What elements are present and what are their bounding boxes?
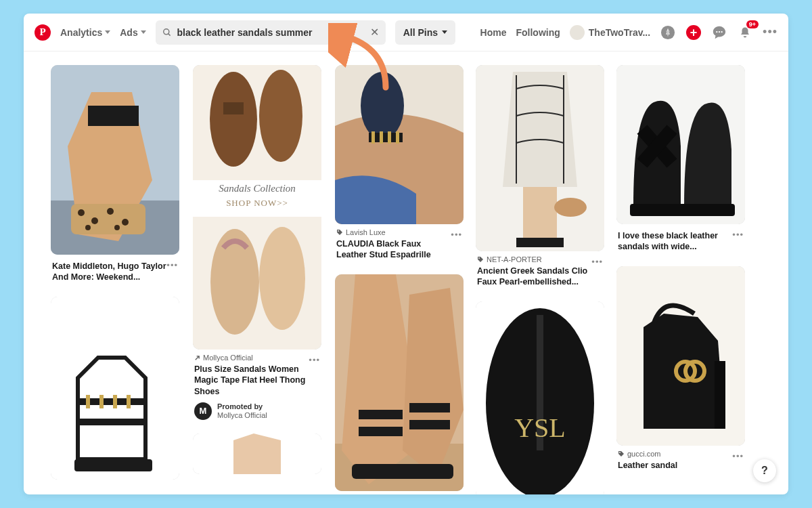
pin-image [51,65,179,255]
pin-more-button[interactable]: ••• [732,451,744,461]
svg-rect-25 [74,459,152,471]
app-window: P Analytics Ads ✕ All Pins Home Followin… [24,14,788,494]
pin-source: Mollyca Official [203,354,253,362]
clear-search-button[interactable]: ✕ [370,26,379,39]
svg-point-12 [78,209,85,216]
pin-more-button[interactable]: ••• [732,230,744,240]
svg-line-1 [168,33,170,35]
svg-point-7 [721,30,723,32]
pin-title: I love these black leather sandals with … [618,230,744,253]
pin-image [476,65,604,251]
svg-rect-10 [88,106,139,126]
compass-icon [660,25,675,40]
promoter-text: Promoted byMollyca Official [217,402,267,420]
profile-name: TheTwoTrav... [589,27,650,38]
pin-more-button[interactable]: ••• [309,355,320,365]
chevron-down-icon [442,30,447,34]
pin-grid: ••• Kate Middleton, Hugo Taylor And More… [24,51,788,494]
profile-link[interactable]: TheTwoTrav... [570,25,650,40]
pin-title: Plus Size Sandals Women Magic Tape Flat … [194,364,320,397]
svg-rect-18 [51,297,179,480]
help-button[interactable]: ? [753,459,776,482]
overflow-menu[interactable]: ••• [763,25,777,39]
svg-rect-60 [630,204,735,216]
external-link-icon [194,355,200,361]
pin-image [335,274,464,491]
svg-point-13 [91,217,98,224]
pinterest-logo[interactable]: P [35,24,51,41]
search-icon [162,27,172,38]
banner-cta: SHOP NOW>> [193,198,321,209]
add-button[interactable]: + [685,24,702,41]
pin-image: YSL [476,301,604,495]
pin-image [335,65,464,224]
pin-card[interactable] [335,274,464,491]
pin-card[interactable]: ••• gucci.com Leather sandal [616,266,745,472]
svg-point-6 [719,30,720,32]
svg-point-63 [619,452,621,453]
pin-card[interactable]: ••• Kate Middleton, Hugo Taylor And More… [51,65,179,284]
home-link[interactable]: Home [480,27,507,38]
explore-button[interactable] [660,24,676,41]
svg-rect-51 [523,187,557,238]
search-filter-dropdown[interactable]: All Pins [395,20,455,45]
following-link[interactable]: Following [516,27,560,38]
svg-point-28 [259,70,302,162]
speech-bubble-icon [712,25,727,40]
messages-button[interactable] [711,24,727,41]
promoted-by[interactable]: M Promoted byMollyca Official [194,402,320,420]
svg-point-41 [338,230,339,232]
svg-rect-47 [409,420,450,429]
pin-more-button[interactable]: ••• [166,260,178,270]
svg-point-16 [85,225,91,230]
svg-text:YSL: YSL [514,412,566,443]
svg-rect-23 [113,395,117,408]
pin-title: CLAUDIA Black Faux Leather Stud Espadril… [336,238,462,261]
filter-label: All Pins [403,27,438,38]
pin-title: Leather sandal [618,460,744,471]
svg-point-31 [210,229,259,335]
svg-rect-20 [78,419,145,425]
svg-rect-21 [86,395,90,408]
pin-image [616,65,745,224]
pin-image [193,433,321,474]
pin-more-button[interactable]: ••• [591,257,603,267]
pin-card[interactable]: Sandals Collection SHOP NOW>> ••• Mollyc… [193,65,321,421]
search-box[interactable]: ✕ [156,20,386,45]
pin-card[interactable] [193,433,321,474]
svg-point-27 [210,72,257,167]
pin-title: Ancient Greek Sandals Clio Faux Pearl-em… [477,266,603,288]
tag-icon [618,450,625,457]
svg-point-15 [122,219,129,226]
banner-text: Sandals Collection [193,183,321,194]
analytics-menu[interactable]: Analytics [60,27,110,38]
pin-title: Kate Middleton, Hugo Taylor And More: We… [52,261,178,283]
tag-icon [336,229,343,236]
pin-card[interactable]: ••• I love these black leather sandals w… [616,65,745,254]
search-input[interactable] [177,27,365,38]
pin-card[interactable]: ••• NET-A-PORTER Ancient Greek Sandals C… [476,65,604,289]
pin-image [616,266,745,446]
pin-card[interactable]: YSL [476,301,604,495]
ads-menu[interactable]: Ads [120,27,145,38]
svg-point-54 [478,257,480,259]
svg-rect-24 [127,395,131,408]
svg-rect-39 [388,131,391,144]
header: P Analytics Ads ✕ All Pins Home Followin… [24,14,788,51]
svg-rect-22 [99,395,104,408]
avatar [570,25,585,40]
pin-more-button[interactable]: ••• [451,230,462,240]
notifications-button[interactable]: 9+ [737,24,753,41]
pin-card[interactable]: ••• Lavish Luxe CLAUDIA Black Faux Leath… [335,65,464,262]
pin-image [51,297,179,480]
svg-point-35 [361,72,404,140]
svg-point-32 [259,227,305,330]
svg-rect-53 [516,238,564,247]
pin-card[interactable] [51,297,179,480]
svg-rect-37 [371,131,375,144]
pin-source: Lavish Luxe [346,228,386,236]
pin-source: gucci.com [627,450,661,458]
svg-rect-46 [409,403,450,412]
svg-point-14 [107,208,114,215]
svg-rect-11 [71,204,145,234]
